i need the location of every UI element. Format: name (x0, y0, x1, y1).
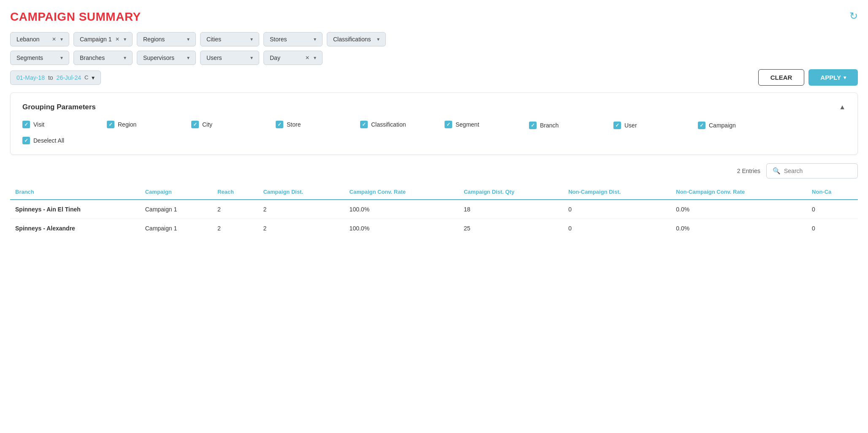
cell-row1-col5: 25 (458, 219, 563, 238)
page-title: CAMPAIGN SUMMARY (10, 10, 141, 24)
apply-button[interactable]: APPLY ▾ (808, 69, 858, 86)
cell-row1-col1: Campaign 1 (140, 219, 212, 238)
filter-branches-chevron[interactable]: ▾ (124, 55, 126, 61)
filter-branches-label: Branches (80, 54, 105, 61)
filter-lebanon[interactable]: Lebanon ✕ ▾ (10, 32, 69, 46)
date-to: 26-Jul-24 (57, 74, 81, 81)
cell-row1-col6: 0 (563, 219, 671, 238)
check-campaign-box[interactable]: ✓ (698, 122, 705, 129)
filter-supervisors[interactable]: Supervisors ▾ (137, 51, 196, 65)
collapse-icon[interactable]: ▲ (839, 103, 846, 111)
check-branch-box[interactable]: ✓ (529, 122, 537, 129)
check-region[interactable]: ✓ Region (107, 120, 191, 129)
cell-row0-col0: Spinneys - Ain El Tineh (10, 200, 140, 219)
filter-supervisors-chevron[interactable]: ▾ (187, 55, 190, 61)
check-classification-box[interactable]: ✓ (360, 121, 368, 128)
filter-campaign1[interactable]: Campaign 1 ✕ ▾ (73, 32, 133, 46)
filter-stores-chevron[interactable]: ▾ (314, 36, 316, 42)
cell-row1-col8: 0 (807, 219, 858, 238)
search-input[interactable] (784, 168, 852, 174)
filter-classifications[interactable]: Classifications ▾ (327, 32, 386, 46)
date-range-button[interactable]: 01-May-18 to 26-Jul-24 C ▾ (10, 70, 101, 85)
check-store[interactable]: ✓ Store (276, 120, 360, 129)
col-non-campaign-dist: Non-Campaign Dist. (563, 184, 671, 200)
check-campaign-label: Campaign (709, 122, 736, 129)
filter-row-3: 01-May-18 to 26-Jul-24 C ▾ CLEAR APPLY ▾ (10, 69, 858, 86)
filter-lebanon-chevron[interactable]: ▾ (60, 36, 63, 42)
filter-campaign1-label: Campaign 1 (80, 36, 112, 43)
date-from: 01-May-18 (16, 74, 45, 81)
filter-users-chevron[interactable]: ▾ (250, 55, 253, 61)
filter-segments[interactable]: Segments ▾ (10, 51, 69, 65)
table-controls: 2 Entries 🔍 (10, 163, 858, 179)
filter-campaign1-close[interactable]: ✕ (115, 36, 119, 42)
filter-stores[interactable]: Stores ▾ (263, 32, 323, 46)
filter-branches[interactable]: Branches ▾ (73, 51, 133, 65)
col-campaign-dist: Campaign Dist. (258, 184, 344, 200)
check-classification[interactable]: ✓ Classification (360, 120, 445, 129)
filters-container: Lebanon ✕ ▾ Campaign 1 ✕ ▾ Regions ▾ Cit… (10, 32, 858, 86)
filter-row-2: Segments ▾ Branches ▾ Supervisors ▾ User… (10, 51, 858, 65)
date-suffix: C (84, 74, 88, 81)
filter-day-close[interactable]: ✕ (305, 55, 309, 61)
grouping-checks: ✓ Visit ✓ Region ✓ City ✓ Store ✓ Classi… (22, 120, 846, 144)
cell-row1-col0: Spinneys - Alexandre (10, 219, 140, 238)
filter-users[interactable]: Users ▾ (200, 51, 259, 65)
check-deselect-all[interactable]: ✓ Deselect All (22, 137, 107, 144)
grouping-title: Grouping Parameters (22, 103, 96, 111)
check-segment-box[interactable]: ✓ (445, 121, 452, 128)
check-user-box[interactable]: ✓ (613, 122, 621, 129)
cell-row0-col2: 2 (212, 200, 258, 219)
date-separator: to (48, 74, 53, 81)
check-store-label: Store (287, 121, 301, 128)
check-city-label: City (202, 121, 212, 128)
check-visit-label: Visit (33, 121, 44, 128)
check-user[interactable]: ✓ User (613, 122, 698, 129)
check-city[interactable]: ✓ City (191, 120, 276, 129)
check-store-box[interactable]: ✓ (276, 121, 283, 128)
search-icon: 🔍 (773, 167, 781, 175)
col-non-ca: Non-Ca (807, 184, 858, 200)
apply-label: APPLY (820, 74, 841, 81)
check-region-box[interactable]: ✓ (107, 121, 114, 128)
filter-row-1: Lebanon ✕ ▾ Campaign 1 ✕ ▾ Regions ▾ Cit… (10, 32, 858, 46)
filter-lebanon-close[interactable]: ✕ (52, 36, 56, 42)
check-segment[interactable]: ✓ Segment (445, 120, 529, 129)
cell-row0-col5: 18 (458, 200, 563, 219)
check-deselect-all-label: Deselect All (33, 137, 64, 144)
search-box[interactable]: 🔍 (766, 163, 858, 179)
check-branch[interactable]: ✓ Branch (529, 122, 613, 129)
check-branch-label: Branch (540, 122, 559, 129)
data-table: Branch Campaign Reach Campaign Dist. Cam… (10, 184, 858, 238)
col-campaign: Campaign (140, 184, 212, 200)
clear-button[interactable]: CLEAR (758, 69, 805, 86)
check-city-box[interactable]: ✓ (191, 121, 199, 128)
check-visit-box[interactable]: ✓ (22, 121, 30, 128)
check-deselect-all-box[interactable]: ✓ (22, 137, 30, 144)
col-non-campaign-conv-rate: Non-Campaign Conv. Rate (671, 184, 807, 200)
filter-users-label: Users (206, 54, 222, 61)
col-reach: Reach (212, 184, 258, 200)
filter-day-label: Day (270, 54, 280, 61)
filter-classifications-chevron[interactable]: ▾ (377, 36, 380, 42)
filter-regions-chevron[interactable]: ▾ (187, 36, 190, 42)
filter-campaign1-chevron[interactable]: ▾ (124, 36, 126, 42)
cell-row1-col7: 0.0% (671, 219, 807, 238)
filter-day-chevron[interactable]: ▾ (314, 55, 316, 61)
check-user-label: User (624, 122, 637, 129)
filter-stores-label: Stores (270, 36, 287, 43)
check-campaign[interactable]: ✓ Campaign (698, 122, 782, 129)
date-chevron[interactable]: ▾ (92, 74, 95, 81)
col-campaign-dist-qty: Campaign Dist. Qty (458, 184, 563, 200)
filter-regions[interactable]: Regions ▾ (137, 32, 196, 46)
filter-cities[interactable]: Cities ▾ (200, 32, 259, 46)
cell-row0-col8: 0 (807, 200, 858, 219)
filter-segments-chevron[interactable]: ▾ (60, 55, 63, 61)
check-visit[interactable]: ✓ Visit (22, 120, 107, 129)
apply-chevron: ▾ (844, 75, 846, 81)
refresh-icon[interactable]: ↻ (849, 10, 858, 22)
filter-day[interactable]: Day ✕ ▾ (263, 51, 323, 65)
col-campaign-conv-rate: Campaign Conv. Rate (344, 184, 459, 200)
filter-supervisors-label: Supervisors (143, 54, 174, 61)
filter-cities-chevron[interactable]: ▾ (250, 36, 253, 42)
